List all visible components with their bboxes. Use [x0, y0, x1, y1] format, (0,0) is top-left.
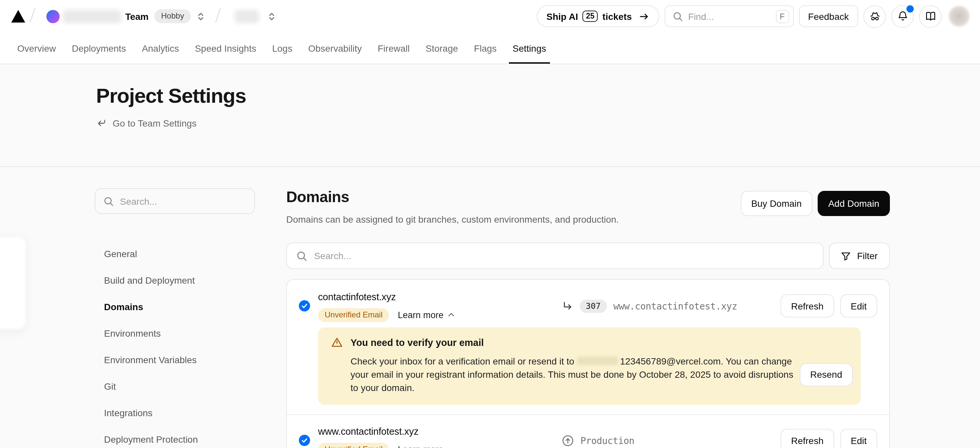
ship-ai-suffix: tickets: [602, 11, 632, 22]
learn-more-label: Learn more: [398, 444, 444, 448]
verified-check-icon: [299, 300, 310, 311]
unverified-email-badge: Unverified Email: [318, 442, 389, 448]
plan-badge: Hobby: [154, 9, 191, 23]
ship-ai-prefix: Ship AI: [546, 11, 578, 22]
vercel-logo-icon[interactable]: [11, 10, 25, 22]
add-domain-button[interactable]: Add Domain: [818, 191, 890, 216]
search-icon: [296, 250, 307, 261]
team-avatar[interactable]: [46, 10, 60, 23]
tab-logs[interactable]: Logs: [264, 32, 300, 64]
tab-observability[interactable]: Observability: [300, 32, 370, 64]
domains-header: Domains Domains can be assigned to git b…: [286, 188, 890, 225]
tab-speed-insights[interactable]: Speed Insights: [187, 32, 264, 64]
sidebar-search-input[interactable]: [120, 196, 247, 206]
notifications-button[interactable]: [891, 5, 914, 27]
verified-check-icon: [299, 435, 310, 446]
sidebar-item-build-and-deployment[interactable]: Build and Deployment: [95, 267, 255, 293]
resend-button[interactable]: Resend: [799, 363, 853, 386]
tab-overview[interactable]: Overview: [9, 32, 64, 64]
project-tab-bar: Overview Deployments Analytics Speed Ins…: [0, 32, 980, 64]
environment-label: Production: [581, 435, 635, 446]
sidebar-item-domains[interactable]: Domains: [95, 293, 255, 320]
feedback-button[interactable]: Feedback: [799, 5, 858, 27]
page-header: Project Settings Go to Team Settings: [0, 64, 980, 167]
support-detective-button[interactable]: [863, 5, 886, 27]
redirect-arrow-icon: [562, 300, 573, 311]
unverified-email-badge: Unverified Email: [318, 308, 389, 322]
notification-dot: [907, 5, 914, 12]
learn-more-label: Learn more: [398, 310, 444, 320]
learn-more-link[interactable]: Learn more: [398, 444, 455, 448]
domains-search-box[interactable]: [286, 242, 824, 269]
search-icon: [672, 11, 683, 22]
bell-icon: [896, 10, 909, 22]
open-book-icon: [924, 10, 937, 22]
ship-ai-tickets-button[interactable]: Ship AI 25 tickets: [536, 5, 659, 27]
sidebar-item-environment-variables[interactable]: Environment Variables: [95, 347, 255, 373]
team-name-suffix[interactable]: Team: [125, 11, 148, 22]
edit-button[interactable]: Edit: [840, 429, 877, 448]
tab-firewall[interactable]: Firewall: [370, 32, 417, 64]
filter-label: Filter: [857, 250, 878, 261]
sidebar-search-box[interactable]: [95, 188, 255, 214]
chevron-down-icon: [448, 445, 455, 448]
domains-search-row: Filter: [286, 242, 890, 269]
redirect-target: www.contactinfotest.xyz: [613, 301, 737, 311]
sidebar-item-integrations[interactable]: Integrations: [95, 400, 255, 426]
tab-storage[interactable]: Storage: [417, 32, 466, 64]
warning-body: Check your inbox for a verification emai…: [350, 355, 799, 394]
sidebar-nav: General Build and Deployment Domains Env…: [95, 241, 255, 448]
verify-email-warning: You need to verify your email Check your…: [318, 327, 861, 405]
warning-triangle-icon: [331, 336, 342, 348]
find-shortcut-key: F: [776, 10, 789, 23]
find-search-box[interactable]: F: [664, 5, 794, 27]
back-link-label: Go to Team Settings: [113, 118, 196, 129]
page-title: Project Settings: [96, 84, 980, 108]
filter-button[interactable]: Filter: [829, 242, 890, 269]
breadcrumb-slash-icon: [28, 6, 37, 27]
sidebar-item-general[interactable]: General: [95, 241, 255, 267]
sidebar-item-deployment-protection[interactable]: Deployment Protection: [95, 426, 255, 448]
tab-flags[interactable]: Flags: [466, 32, 504, 64]
sidebar-item-git[interactable]: Git: [95, 373, 255, 400]
domains-description: Domains can be assigned to git branches,…: [286, 214, 619, 225]
ticket-count-badge: 25: [583, 11, 598, 22]
warning-title: You need to verify your email: [350, 337, 484, 348]
domains-search-input[interactable]: [314, 250, 814, 261]
docs-button[interactable]: [919, 5, 942, 27]
project-switcher-chevrons-icon[interactable]: [267, 11, 276, 21]
domain-row-www-contactinfotest: www.contactinfotest.xyz Unverified Email…: [287, 414, 889, 448]
vercel-project-settings-page: Team Hobby Ship AI 25 tickets: [0, 0, 980, 448]
tab-analytics[interactable]: Analytics: [134, 32, 187, 64]
learn-more-link[interactable]: Learn more: [398, 310, 455, 320]
settings-sidebar: General Build and Deployment Domains Env…: [95, 188, 255, 448]
warning-body-start: Check your inbox for a verification emai…: [350, 356, 574, 367]
filter-funnel-icon: [841, 251, 851, 261]
domains-title: Domains: [286, 188, 619, 206]
tab-settings[interactable]: Settings: [504, 32, 554, 64]
sidebar-item-environments[interactable]: Environments: [95, 320, 255, 347]
refresh-button[interactable]: Refresh: [781, 429, 834, 448]
domain-name[interactable]: www.contactinfotest.xyz: [318, 425, 562, 438]
blurred-left-edge-card: [0, 236, 27, 330]
domain-name[interactable]: contactinfotest.xyz: [318, 290, 562, 303]
domains-list-panel: contactinfotest.xyz Unverified Email Lea…: [286, 279, 890, 448]
arrow-right-icon: [638, 11, 649, 22]
refresh-button[interactable]: Refresh: [781, 294, 834, 317]
redirect-status-code: 307: [580, 299, 607, 312]
buy-domain-button[interactable]: Buy Domain: [740, 191, 812, 216]
domain-row-contactinfotest: contactinfotest.xyz Unverified Email Lea…: [287, 280, 889, 414]
production-circle-up-icon: [562, 434, 574, 446]
search-icon: [103, 196, 114, 206]
team-switcher-chevrons-icon[interactable]: [196, 11, 205, 21]
return-arrow-icon: [96, 118, 107, 129]
go-to-team-settings-link[interactable]: Go to Team Settings: [96, 118, 196, 129]
settings-content: General Build and Deployment Domains Env…: [0, 167, 980, 448]
detective-icon: [869, 10, 881, 22]
find-input[interactable]: [688, 11, 770, 22]
project-name-redacted: [235, 10, 259, 23]
breadcrumb-slash-icon: [213, 6, 223, 27]
user-avatar[interactable]: [949, 6, 969, 27]
tab-deployments[interactable]: Deployments: [64, 32, 134, 64]
edit-button[interactable]: Edit: [840, 294, 877, 317]
